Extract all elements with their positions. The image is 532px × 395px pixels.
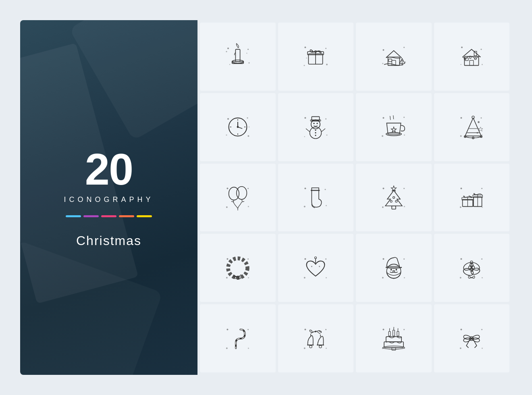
svg-point-74	[478, 121, 480, 123]
svg-rect-95	[392, 206, 396, 209]
svg-point-26	[461, 47, 463, 48]
svg-rect-166	[389, 331, 391, 336]
icon-wreath[interactable]	[200, 234, 276, 302]
category-title: Christmas	[76, 233, 141, 248]
svg-point-121	[304, 277, 305, 279]
svg-point-50	[305, 117, 306, 119]
svg-point-124	[311, 266, 312, 267]
main-container: 20 ICONOGRAPHY Christmas	[20, 20, 512, 375]
svg-point-99	[461, 188, 462, 189]
left-content: 20 ICONOGRAPHY Christmas	[64, 147, 154, 248]
svg-point-83	[226, 206, 228, 208]
svg-point-148	[247, 329, 249, 330]
svg-point-2	[247, 49, 249, 50]
svg-rect-168	[397, 331, 399, 336]
svg-point-175	[482, 347, 483, 349]
svg-point-117	[239, 276, 241, 279]
icon-bells[interactable]	[278, 304, 354, 372]
svg-line-64	[322, 129, 326, 132]
svg-point-132	[395, 269, 397, 270]
svg-point-135	[481, 258, 482, 260]
svg-point-126	[382, 258, 384, 260]
icon-count: 20	[85, 147, 133, 191]
svg-point-157	[310, 345, 312, 347]
svg-line-63	[306, 129, 310, 132]
svg-point-1	[226, 51, 227, 52]
icon-balloons[interactable]	[200, 164, 276, 232]
icon-santa-face[interactable]	[356, 234, 432, 302]
svg-point-129	[382, 277, 384, 279]
icon-party-hat[interactable]	[434, 93, 510, 161]
svg-point-40	[247, 135, 249, 137]
icon-candle[interactable]	[200, 23, 276, 91]
svg-point-128	[404, 277, 405, 278]
icon-snowy-house[interactable]	[356, 23, 432, 91]
icon-stocking[interactable]	[278, 164, 354, 232]
svg-point-66	[403, 117, 405, 118]
svg-point-27	[481, 49, 482, 50]
svg-point-109	[227, 258, 228, 260]
svg-point-120	[326, 277, 327, 278]
svg-point-58	[317, 123, 318, 124]
svg-point-82	[248, 206, 249, 207]
svg-point-52	[326, 135, 328, 136]
svg-point-13	[306, 58, 307, 58]
icon-mistletoe[interactable]	[434, 234, 510, 302]
svg-point-97	[395, 200, 397, 202]
svg-point-176	[460, 347, 461, 349]
svg-point-131	[390, 269, 392, 270]
icon-cake[interactable]	[356, 304, 432, 372]
svg-point-68	[382, 135, 383, 137]
svg-point-70	[461, 117, 462, 119]
svg-point-85	[237, 187, 247, 200]
svg-point-49	[237, 126, 239, 128]
svg-point-94	[382, 206, 384, 208]
svg-line-160	[311, 331, 314, 333]
svg-point-159	[319, 345, 322, 347]
svg-point-98	[393, 197, 395, 199]
svg-point-5	[248, 62, 249, 64]
svg-point-110	[247, 258, 249, 260]
icon-candy-cane[interactable]	[200, 304, 276, 372]
icon-heart-ornament[interactable]	[278, 234, 354, 302]
svg-point-154	[304, 347, 305, 349]
svg-point-87	[305, 188, 306, 189]
svg-point-91	[382, 188, 384, 189]
color-bars	[66, 215, 152, 217]
svg-point-93	[404, 206, 405, 207]
svg-point-41	[249, 127, 249, 127]
svg-point-61	[315, 132, 316, 133]
icon-gift-box[interactable]	[278, 23, 354, 91]
icon-hot-drink[interactable]	[356, 93, 432, 161]
svg-point-62	[315, 135, 316, 136]
svg-point-174	[481, 329, 482, 330]
svg-point-163	[403, 329, 405, 330]
svg-rect-172	[392, 347, 396, 350]
svg-point-10	[325, 48, 326, 49]
svg-point-147	[227, 328, 228, 330]
svg-point-39	[226, 135, 227, 136]
svg-point-150	[226, 347, 228, 349]
svg-point-38	[247, 117, 248, 118]
svg-point-173	[461, 328, 462, 330]
svg-point-96	[390, 200, 392, 202]
icon-clock[interactable]	[200, 93, 276, 161]
icon-bow[interactable]	[434, 304, 510, 372]
svg-point-118	[305, 258, 306, 260]
svg-point-4	[229, 64, 230, 65]
svg-point-162	[382, 328, 384, 330]
svg-point-80	[227, 188, 228, 189]
svg-point-119	[325, 258, 326, 260]
svg-point-20	[403, 47, 405, 48]
icon-christmas-tree[interactable]	[356, 164, 432, 232]
icon-snowman[interactable]	[278, 93, 354, 161]
svg-point-89	[326, 205, 327, 206]
left-panel: 20 ICONOGRAPHY Christmas	[20, 20, 197, 375]
iconography-label: ICONOGRAPHY	[64, 195, 154, 204]
icon-hanging-lights[interactable]	[434, 23, 510, 91]
icon-gift-boxes[interactable]	[434, 164, 510, 232]
svg-point-90	[304, 206, 305, 207]
svg-point-29	[461, 64, 461, 65]
svg-point-125	[319, 266, 320, 267]
svg-point-127	[403, 258, 405, 260]
